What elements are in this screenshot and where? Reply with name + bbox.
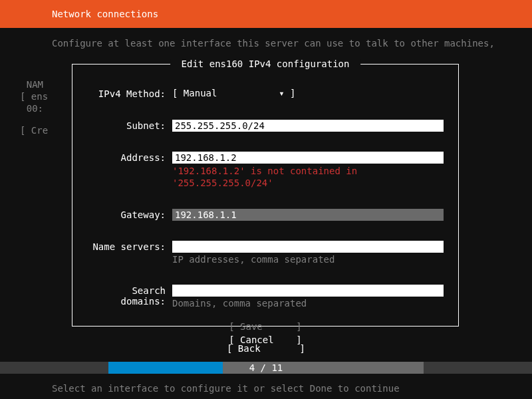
sidebar-hint-mac: 00:: [20, 102, 43, 114]
nameservers-label: Name servers:: [87, 241, 172, 252]
gateway-input[interactable]: 192.168.1.1: [172, 209, 444, 221]
header-bar: Network connections: [0, 0, 532, 28]
subnet-input[interactable]: 255.255.255.0/24: [172, 120, 444, 132]
nameservers-input[interactable]: [172, 241, 444, 253]
address-label: Address:: [87, 152, 172, 163]
method-label: IPv4 Method:: [87, 88, 172, 99]
searchdomains-label: Search domains:: [87, 285, 172, 307]
address-input[interactable]: 192.168.1.2: [172, 152, 444, 164]
nameservers-hint: IP addresses, comma separated: [172, 253, 444, 265]
save-button[interactable]: [ Save ]: [87, 321, 444, 334]
ipv4-method-dropdown[interactable]: [ Manual ▾ ]: [172, 88, 295, 98]
dialog-title: Edit ens160 IPv4 configuration: [170, 59, 360, 69]
sidebar-overflow-text: NAM [ ens 00: [ Cre: [20, 78, 43, 136]
searchdomains-input[interactable]: [172, 285, 444, 297]
progress-text: 4 / 11: [0, 362, 532, 373]
subnet-label: Subnet:: [87, 120, 172, 131]
sidebar-hint-cre: [ Cre: [20, 124, 43, 136]
searchdomains-hint: Domains, comma separated: [172, 297, 444, 309]
page-title: Network connections: [52, 9, 158, 19]
footer-help-text: Select an interface to configure it or s…: [52, 383, 400, 394]
progress-bar: 4 / 11: [0, 362, 532, 374]
gateway-label: Gateway:: [87, 209, 172, 220]
address-error-message: '192.168.1.2' is not contained in '255.2…: [172, 164, 444, 189]
back-button[interactable]: [ Back ]: [0, 343, 532, 354]
sidebar-hint-nam: NAM: [20, 78, 43, 90]
sidebar-hint-ens: [ ens: [20, 90, 43, 102]
page-subtitle: Configure at least one interface this se…: [0, 28, 532, 49]
ipv4-config-dialog: Edit ens160 IPv4 configuration IPv4 Meth…: [72, 64, 459, 327]
